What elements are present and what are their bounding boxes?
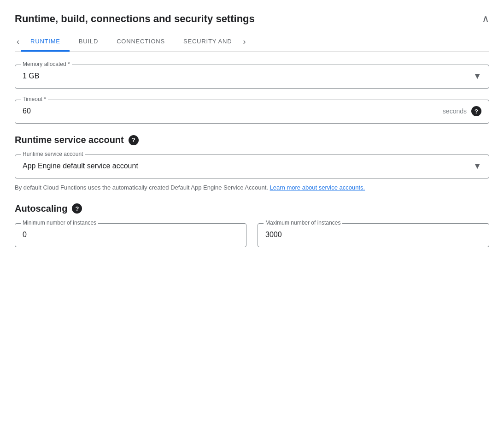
tab-runtime[interactable]: RUNTIME: [21, 32, 70, 52]
timeout-section: Timeout * 60 seconds ?: [15, 100, 489, 124]
runtime-service-account-label: Runtime service account: [21, 151, 85, 157]
tab-connections[interactable]: CONNECTIONS: [107, 32, 174, 52]
max-instances-field[interactable]: Maximum number of instances 3000: [258, 223, 489, 247]
min-instances-field[interactable]: Minimum number of instances 0: [15, 223, 246, 247]
memory-allocated-field[interactable]: Memory allocated * 1 GB ▼: [15, 65, 489, 89]
memory-allocated-section: Memory allocated * 1 GB ▼: [15, 65, 489, 89]
memory-dropdown-arrow[interactable]: ▼: [473, 71, 481, 81]
timeout-value: 60: [23, 107, 31, 115]
timeout-help-icon[interactable]: ?: [471, 106, 481, 116]
max-instances-value: 3000: [265, 231, 282, 239]
collapse-icon[interactable]: ∧: [482, 13, 489, 25]
runtime-service-account-heading: Runtime service account: [15, 135, 124, 145]
runtime-service-account-description: By default Cloud Functions uses the auto…: [15, 183, 489, 192]
runtime-service-account-field[interactable]: Runtime service account App Engine defau…: [15, 155, 489, 178]
autoscaling-section: Autoscaling ? Minimum number of instance…: [15, 203, 489, 247]
autoscaling-heading: Autoscaling: [15, 203, 67, 214]
runtime-service-account-help-icon[interactable]: ?: [129, 135, 139, 145]
runtime-service-account-dropdown-arrow[interactable]: ▼: [473, 161, 481, 171]
tab-next-button[interactable]: ›: [241, 33, 247, 50]
tab-security[interactable]: SECURITY AND: [174, 32, 241, 52]
max-instances-label: Maximum number of instances: [264, 220, 342, 226]
autoscaling-help-icon[interactable]: ?: [72, 203, 82, 214]
timeout-unit: seconds: [443, 107, 467, 115]
memory-allocated-value: 1 GB: [23, 72, 39, 80]
min-instances-label: Minimum number of instances: [21, 220, 98, 226]
tabs-bar: ‹ RUNTIME BUILD CONNECTIONS SECURITY AND…: [15, 32, 489, 52]
memory-allocated-label: Memory allocated *: [21, 61, 72, 67]
timeout-field[interactable]: Timeout * 60 seconds ?: [15, 100, 489, 124]
runtime-service-account-value: App Engine default service account: [23, 162, 138, 170]
tab-prev-button[interactable]: ‹: [15, 33, 21, 50]
tab-build[interactable]: BUILD: [70, 32, 107, 52]
timeout-label: Timeout *: [21, 96, 48, 102]
min-instances-value: 0: [23, 231, 27, 239]
page-title: Runtime, build, connections and security…: [15, 13, 255, 25]
learn-more-link[interactable]: Learn more about service accounts.: [270, 184, 365, 191]
runtime-service-account-section: Runtime service account ? Runtime servic…: [15, 135, 489, 192]
autoscaling-instances-row: Minimum number of instances 0 Maximum nu…: [15, 223, 489, 247]
